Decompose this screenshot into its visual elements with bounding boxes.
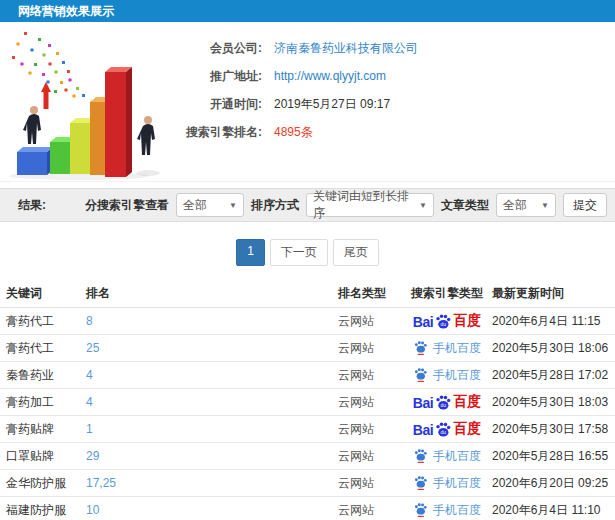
keyword-cell: 福建防护服 (0, 502, 86, 519)
result-label: 结果: (18, 197, 46, 214)
mobile-baidu-paw-icon (413, 340, 428, 356)
last-page-button[interactable]: 尾页 (333, 239, 379, 266)
header-updated: 最新更新时间 (492, 285, 615, 302)
mobile-baidu-paw-icon (413, 502, 428, 518)
baidu-cn-text: 百度 (453, 420, 481, 438)
promo-url-link[interactable]: http://www.qlyyjt.com (274, 69, 386, 83)
baidu-pc-logo: Bai du 百度 (413, 420, 481, 438)
rank-link[interactable]: 8 (86, 314, 93, 328)
baidu-bai-text: Bai (413, 422, 433, 438)
engine-cell: 手机百度 (402, 340, 492, 357)
sort-filter-label: 排序方式 (251, 197, 299, 214)
mobile-baidu-paw-icon (413, 367, 428, 383)
updated-cell: 2020年5月28日 17:02 (492, 367, 615, 384)
promo-url-label: 推广地址: (174, 68, 262, 85)
baidu-cn-text: 百度 (453, 393, 481, 411)
rank-link[interactable]: 4 (86, 395, 93, 409)
keyword-cell: 膏药代工 (0, 313, 86, 330)
engine-filter-label: 分搜索引擎查看 (85, 197, 169, 214)
rank-link[interactable]: 29 (86, 449, 99, 463)
engine-cell: Bai du 百度 (402, 393, 492, 411)
keyword-cell: 膏药代工 (0, 340, 86, 357)
updated-cell: 2020年5月30日 17:58 (492, 421, 615, 438)
engine-cell: 手机百度 (402, 475, 492, 492)
updated-cell: 2020年5月28日 16:55 (492, 448, 615, 465)
baidu-mobile-logo: 手机百度 (413, 367, 481, 384)
keyword-cell: 金华防护服 (0, 475, 86, 492)
info-row-company: 会员公司: 济南秦鲁药业科技有限公司 (174, 34, 418, 62)
mobile-baidu-label: 手机百度 (433, 448, 481, 465)
open-time-value: 2019年5月27日 09:17 (274, 96, 390, 113)
rank-type-cell: 云网站 (338, 448, 402, 465)
header-engine-type: 搜索引擎类型 (402, 285, 492, 302)
engine-cell: Bai du 百度 (402, 420, 492, 438)
updated-cell: 2020年5月30日 18:06 (492, 340, 615, 357)
baidu-bai-text: Bai (413, 314, 433, 330)
mobile-baidu-paw-icon (413, 475, 428, 491)
table-row: 膏药加工 4 云网站 Bai du 百度 2020年5月30日 18:03 (0, 389, 615, 416)
company-name-link[interactable]: 济南秦鲁药业科技有限公司 (274, 40, 418, 57)
mobile-baidu-paw-icon (413, 448, 428, 464)
chevron-down-icon: ▼ (535, 201, 549, 210)
table-row: 膏药代工 8 云网站 Bai du 百度 2020年6月4日 11:15 (0, 308, 615, 335)
submit-button[interactable]: 提交 (563, 193, 607, 217)
member-info-fields: 会员公司: 济南秦鲁药业科技有限公司 推广地址: http://www.qlyy… (174, 30, 418, 175)
businessman-right (137, 116, 155, 155)
bar-chart-clipart-image (4, 30, 174, 180)
baidu-bai-text: Bai (413, 395, 433, 411)
keyword-cell: 口罩贴牌 (0, 448, 86, 465)
article-type-label: 文章类型 (441, 197, 489, 214)
page-title: 网络营销效果展示 (18, 3, 114, 20)
baidu-paw-icon: du (434, 394, 452, 411)
header-keyword: 关键词 (0, 285, 86, 302)
keyword-cell: 膏药加工 (0, 394, 86, 411)
open-time-label: 开通时间: (174, 96, 262, 113)
filter-controls: 分搜索引擎查看 全部 ▼ 排序方式 关键词由短到长排序 ▼ 文章类型 全部 ▼ … (85, 193, 607, 217)
baidu-pc-logo: Bai du 百度 (413, 312, 481, 330)
table-row: 秦鲁药业 4 云网站 手机百度 2020年5月28日 17:02 (0, 362, 615, 389)
updated-cell: 2020年6月4日 11:15 (492, 313, 615, 330)
page-button-current[interactable]: 1 (236, 239, 265, 266)
mobile-baidu-label: 手机百度 (433, 340, 481, 357)
rank-link[interactable]: 25 (86, 341, 99, 355)
baidu-cn-text: 百度 (453, 312, 481, 330)
growth-chart-illustration (4, 30, 174, 180)
chevron-down-icon: ▼ (223, 201, 237, 210)
table-row: 福建防护服 10 云网站 手机百度 2020年6月4日 11:10 (0, 497, 615, 520)
rank-type-cell: 云网站 (338, 421, 402, 438)
table-header-row: 关键词 排名 排名类型 搜索引擎类型 最新更新时间 (0, 280, 615, 308)
engine-select-value: 全部 (183, 197, 207, 214)
rank-type-cell: 云网站 (338, 475, 402, 492)
updated-cell: 2020年6月20日 09:25 (492, 475, 615, 492)
engine-cell: 手机百度 (402, 367, 492, 384)
rank-link[interactable]: 10 (86, 503, 99, 517)
baidu-mobile-logo: 手机百度 (413, 340, 481, 357)
engine-cell: 手机百度 (402, 502, 492, 519)
table-row: 膏药贴牌 1 云网站 Bai du 百度 2020年5月30日 17:58 (0, 416, 615, 443)
engine-select[interactable]: 全部 ▼ (176, 193, 244, 217)
article-type-select[interactable]: 全部 ▼ (496, 193, 556, 217)
up-arrow (41, 82, 51, 109)
baidu-paw-icon: du (434, 313, 452, 330)
updated-cell: 2020年6月4日 11:10 (492, 502, 615, 519)
rank-link[interactable]: 1 (86, 422, 93, 436)
mobile-baidu-label: 手机百度 (433, 502, 481, 519)
info-row-open-time: 开通时间: 2019年5月27日 09:17 (174, 90, 418, 118)
keyword-cell: 秦鲁药业 (0, 367, 86, 384)
info-row-url: 推广地址: http://www.qlyyjt.com (174, 62, 418, 90)
rank-link[interactable]: 4 (86, 368, 93, 382)
businessman-left (23, 106, 41, 144)
mobile-baidu-label: 手机百度 (433, 475, 481, 492)
table-row: 膏药代工 25 云网站 手机百度 2020年5月30日 18:06 (0, 335, 615, 362)
baidu-du-text: du (441, 322, 447, 327)
mobile-baidu-label: 手机百度 (433, 367, 481, 384)
baidu-du-text: du (441, 403, 447, 408)
rank-count-value: 4895条 (274, 124, 313, 141)
baidu-mobile-logo: 手机百度 (413, 475, 481, 492)
sort-select[interactable]: 关键词由短到长排序 ▼ (306, 193, 434, 217)
next-page-button[interactable]: 下一页 (270, 239, 328, 266)
results-table: 关键词 排名 排名类型 搜索引擎类型 最新更新时间 膏药代工 8 云网站 Bai… (0, 280, 615, 520)
rank-type-cell: 云网站 (338, 340, 402, 357)
header-rank: 排名 (86, 285, 338, 302)
rank-link[interactable]: 17,25 (86, 476, 116, 490)
